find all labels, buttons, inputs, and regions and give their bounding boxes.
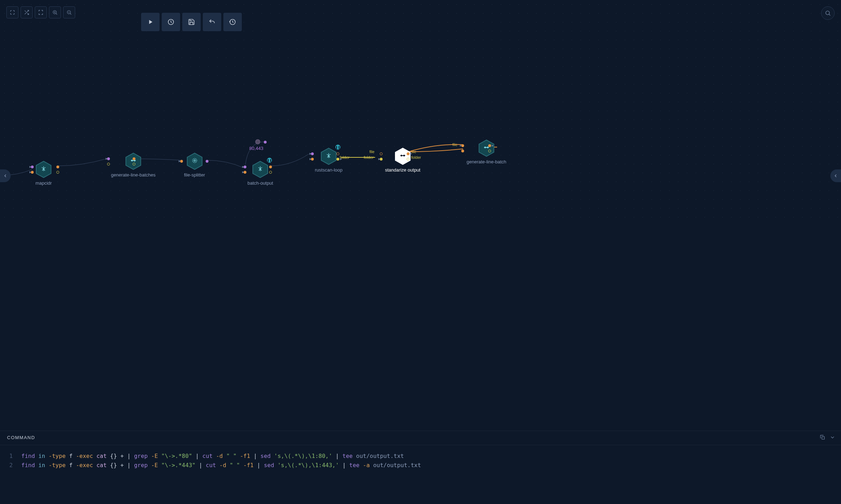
svg-point-17	[485, 147, 486, 148]
history-icon	[229, 18, 236, 26]
svg-point-15	[403, 155, 405, 156]
command-tabs: COMMAND	[0, 431, 841, 445]
output-port[interactable]	[488, 144, 491, 147]
output-port[interactable]	[269, 171, 272, 174]
fullscreen-button[interactable]	[6, 6, 18, 18]
output-port[interactable]	[56, 171, 59, 174]
toolbar-view	[6, 6, 75, 18]
fit-button[interactable]	[35, 6, 47, 18]
node-label: standarize output	[385, 167, 420, 173]
output-port[interactable]	[269, 166, 272, 168]
zoom-out-button[interactable]	[63, 6, 75, 18]
input-port[interactable]	[380, 158, 383, 161]
chevron-down-icon	[830, 435, 835, 440]
graph-node-mapcidr[interactable]: mapcidr	[35, 161, 52, 186]
save-button[interactable]	[182, 13, 201, 31]
output-port[interactable]	[407, 158, 410, 161]
input-port[interactable]	[31, 171, 34, 174]
next-node-button[interactable]	[830, 169, 841, 182]
param-label: 80,443	[249, 146, 263, 151]
fit-icon	[38, 10, 44, 15]
branch-icon	[257, 166, 263, 173]
undo-icon	[208, 18, 216, 26]
node-label: batch-output	[247, 180, 273, 186]
output-port[interactable]	[133, 157, 135, 160]
line-number: 2	[0, 461, 21, 470]
code-editor[interactable]: 1find in -type f -exec cat {} + | grep -…	[0, 445, 841, 476]
command-tab[interactable]: COMMAND	[6, 431, 37, 445]
undo-button[interactable]	[203, 13, 221, 31]
code-content[interactable]: find in -type f -exec cat {} + | grep -E…	[21, 452, 404, 461]
graph-node-glb2[interactable]: generate-line-batch	[467, 139, 506, 164]
code-line: 1find in -type f -exec cat {} + | grep -…	[0, 452, 841, 461]
svg-rect-19	[822, 437, 824, 439]
input-arrow-icon	[378, 158, 380, 160]
chevron-left-icon	[833, 173, 838, 178]
port-label-file: file	[452, 142, 457, 147]
input-port[interactable]	[107, 163, 110, 166]
input-port[interactable]	[461, 144, 464, 147]
output-port[interactable]	[336, 152, 339, 155]
chevron-left-icon	[3, 173, 8, 178]
code-content[interactable]: find in -type f -exec cat {} + | grep -E…	[21, 461, 421, 470]
output-arrow-icon	[410, 153, 412, 155]
param-node[interactable]	[255, 139, 260, 144]
node-label: file-splitter	[184, 172, 205, 178]
node-label: generate-line-batch	[467, 159, 506, 164]
output-port[interactable]	[488, 150, 491, 152]
output-port[interactable]	[407, 152, 410, 155]
search-icon	[825, 10, 831, 16]
input-port[interactable]	[244, 166, 246, 168]
output-port[interactable]	[206, 160, 208, 163]
svg-point-10	[193, 158, 197, 163]
graph-canvas[interactable]	[0, 0, 841, 224]
line-number: 1	[0, 452, 21, 461]
shuffle-button[interactable]	[21, 6, 33, 18]
branch-icon	[325, 152, 332, 160]
output-port[interactable]	[336, 158, 339, 161]
zoom-out-icon	[66, 10, 72, 15]
output-arrow-icon	[492, 145, 494, 147]
svg-point-6	[132, 160, 133, 161]
input-port[interactable]	[244, 171, 246, 174]
graph-node-standarize[interactable]: standarize output	[385, 147, 420, 173]
clock-icon	[167, 18, 174, 26]
node-label: rustscan-loop	[315, 167, 342, 173]
command-panel: COMMAND 1find in -type f -exec cat {} + …	[0, 431, 841, 504]
graph-node-filesplitter[interactable]: file-splitter	[184, 152, 205, 178]
shuffle-icon	[24, 10, 29, 15]
input-arrow-icon	[460, 145, 462, 147]
fullscreen-icon	[10, 10, 15, 15]
input-port[interactable]	[461, 150, 464, 152]
param-output-port[interactable]	[264, 141, 267, 144]
input-port[interactable]	[380, 152, 383, 155]
input-port[interactable]	[311, 152, 314, 155]
copy-button[interactable]	[820, 435, 825, 442]
input-port[interactable]	[107, 157, 110, 160]
zoom-in-button[interactable]	[49, 6, 61, 18]
schedule-button[interactable]	[162, 13, 180, 31]
output-arrow-icon	[340, 158, 342, 160]
pause-badge-icon: ❚❚	[267, 158, 272, 163]
code-line: 2find in -type f -exec cat {} + | grep -…	[0, 461, 841, 470]
zoom-in-icon	[52, 10, 58, 15]
svg-point-14	[401, 155, 402, 156]
input-port[interactable]	[31, 166, 34, 168]
run-button[interactable]	[141, 13, 160, 31]
search-button[interactable]	[821, 6, 835, 20]
port-label-folder: folder	[364, 155, 374, 159]
save-icon	[188, 18, 195, 26]
input-port[interactable]	[311, 158, 314, 161]
input-port[interactable]	[180, 160, 183, 163]
expand-button[interactable]	[830, 435, 835, 442]
port-label-file: file	[369, 150, 374, 154]
copy-icon	[820, 435, 825, 440]
output-port[interactable]	[133, 163, 135, 166]
svg-point-18	[487, 147, 488, 148]
output-port[interactable]	[56, 166, 59, 168]
play-icon	[147, 18, 154, 26]
node-label: mapcidr	[35, 180, 52, 186]
svg-point-3	[826, 11, 830, 15]
history-button[interactable]	[223, 13, 242, 31]
svg-point-9	[194, 160, 195, 162]
